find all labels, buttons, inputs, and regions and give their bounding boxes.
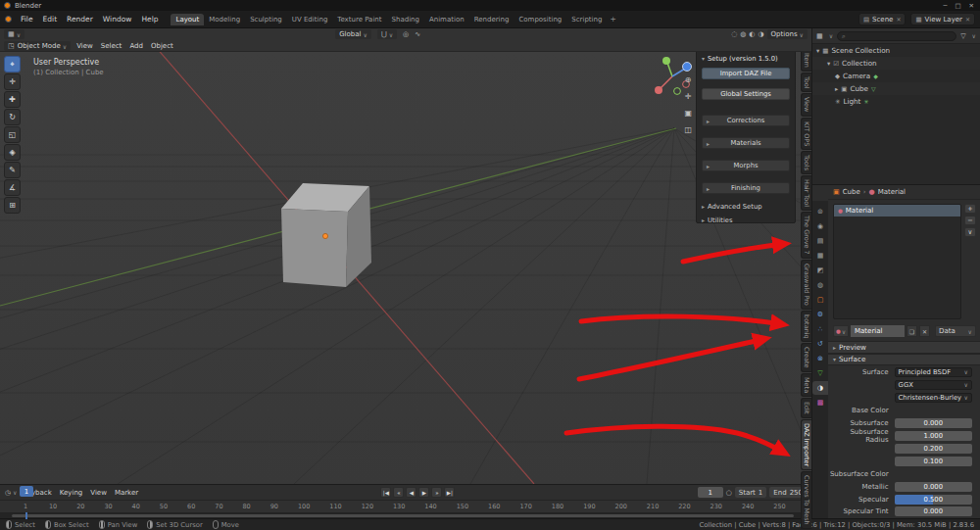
unlink-material-button[interactable]: ✕ xyxy=(919,325,930,337)
metallic-field[interactable]: 0.000 xyxy=(895,482,972,492)
collection-checkbox[interactable]: ☑ xyxy=(833,60,839,68)
properties-tab-object[interactable]: ▢ xyxy=(812,293,828,307)
npanel-section-header[interactable]: ▸ Morphs xyxy=(702,160,790,171)
material-slot-row[interactable]: ● Material xyxy=(834,205,960,217)
add-workspace-button[interactable]: + xyxy=(610,15,615,24)
view-layer-selector[interactable]: ▦ View Layer ✕ xyxy=(910,13,975,25)
properties-tab-modifiers[interactable]: ⚙ xyxy=(812,308,828,321)
sidebar-tab[interactable]: Item xyxy=(801,49,811,72)
specular-slider[interactable]: 0.500 xyxy=(895,495,972,505)
outliner-row-collection[interactable]: ▾ ☑ Collection xyxy=(812,57,980,70)
sidebar-tab[interactable]: DAZ Importer xyxy=(801,419,811,470)
properties-tab-material[interactable]: ◑ xyxy=(812,381,828,395)
shading-wireframe-icon[interactable]: ◌ xyxy=(731,30,737,38)
minimize-button[interactable]: ─ xyxy=(943,2,947,10)
utilities-section[interactable]: ▸ Utilities xyxy=(702,215,790,225)
sidebar-tab[interactable]: Hair Tool xyxy=(801,175,811,211)
properties-tab-view-layer[interactable]: ▦ xyxy=(812,249,828,263)
shading-solid-icon[interactable]: ◍ xyxy=(740,30,746,38)
workspace-tab[interactable]: Modeling xyxy=(204,14,245,25)
properties-tab-scene[interactable]: ◩ xyxy=(812,264,828,277)
pan-hand-icon[interactable]: ✛ xyxy=(684,92,692,101)
menu-item[interactable]: Help xyxy=(136,15,163,24)
subsurface-radius-field-3[interactable]: 0.100 xyxy=(895,457,972,466)
subsurface-method-dropdown[interactable]: Christensen-Burley∨ xyxy=(895,393,972,403)
sidebar-tab[interactable]: botaniq xyxy=(801,311,811,343)
snap-toggle[interactable]: ⋃ ∨ xyxy=(377,29,397,39)
workspace-tab[interactable]: Scripting xyxy=(566,14,607,25)
preview-panel-header[interactable]: ▸ Preview xyxy=(828,341,980,354)
workspace-tab[interactable]: Shading xyxy=(387,14,424,25)
viewport-menu-item[interactable]: View xyxy=(76,42,93,50)
select-box-tool[interactable]: ⌖ xyxy=(4,56,21,72)
shader-dropdown[interactable]: Principled BSDF∨ xyxy=(895,367,972,377)
timeline-menu-item[interactable]: View xyxy=(90,489,107,497)
camera-view-icon[interactable]: ▣ xyxy=(684,109,692,118)
perspective-toggle-icon[interactable]: ◫ xyxy=(684,125,692,134)
timeline-editor-icon[interactable]: ◷ xyxy=(5,489,11,497)
outliner-search-input[interactable]: ⌕ xyxy=(837,31,956,41)
transport-button[interactable]: ▶ xyxy=(418,487,429,498)
falloff-icon[interactable]: ∿ xyxy=(415,30,420,38)
properties-tab-particles[interactable]: ∴ xyxy=(812,322,828,336)
add-slot-button[interactable]: + xyxy=(964,204,976,214)
specular-tint-field[interactable]: 0.000 xyxy=(895,506,972,516)
workspace-tab[interactable]: Animation xyxy=(424,14,469,25)
measure-tool[interactable]: ∡ xyxy=(4,179,21,196)
slot-specials-button[interactable]: ∨ xyxy=(964,227,976,237)
move-tool[interactable]: ✚ xyxy=(4,91,21,108)
transform-tool[interactable]: ◈ xyxy=(4,144,21,161)
transport-button[interactable]: « xyxy=(393,487,404,498)
scene-unlink-icon[interactable]: ✕ xyxy=(896,16,901,23)
timeline-ruler[interactable]: 1102030405060708090100110120130140150160… xyxy=(0,501,811,513)
outliner-row-light[interactable]: ✳ Light ✳ xyxy=(812,95,980,108)
annotate-tool[interactable]: ✎ xyxy=(4,162,21,178)
import-daz-file-button[interactable]: Import DAZ File xyxy=(702,68,790,79)
subsurface-field[interactable]: 0.000 xyxy=(895,418,972,428)
playhead[interactable]: 1 xyxy=(20,486,33,497)
viewport-menu-item[interactable]: Select xyxy=(101,42,122,50)
chevron-down-icon[interactable]: ▾ xyxy=(827,60,830,68)
current-frame-field[interactable]: 1 xyxy=(698,487,723,498)
npanel-section-header[interactable]: ▸ Corrections xyxy=(702,115,790,126)
properties-tab-constraints[interactable]: ⊗ xyxy=(812,352,828,365)
workspace-tab[interactable]: UV Editing xyxy=(287,14,333,25)
maximize-button[interactable]: □ xyxy=(955,2,960,10)
editor-type-button[interactable]: ▦ ∨ xyxy=(4,29,24,39)
menu-item[interactable]: Render xyxy=(62,15,98,24)
transport-button[interactable]: » xyxy=(431,487,442,498)
proportional-edit-icon[interactable]: ◎ xyxy=(403,30,409,38)
npanel-title[interactable]: ▾ Setup (version 1.5.0) xyxy=(702,52,790,65)
material-slot-list[interactable]: ● Material xyxy=(833,204,961,319)
menu-item[interactable]: Edit xyxy=(38,15,63,24)
scene-selector[interactable]: ▤ Scene ✕ xyxy=(858,13,906,25)
rotate-tool[interactable]: ↻ xyxy=(4,109,21,125)
close-button[interactable]: ✕ xyxy=(969,2,974,10)
workspace-tab[interactable]: Layout xyxy=(171,14,204,25)
sidebar-tab[interactable]: The Grove 7 xyxy=(801,212,811,259)
properties-tab-render[interactable]: ◉ xyxy=(812,219,828,233)
properties-tab-world[interactable]: ◍ xyxy=(812,278,828,292)
sidebar-tab[interactable]: Create xyxy=(801,343,811,372)
chevron-right-icon[interactable]: ▸ xyxy=(835,85,838,93)
cursor-tool[interactable]: ✛ xyxy=(4,73,21,90)
breadcrumb-object[interactable]: Cube xyxy=(843,188,860,196)
outliner-row-cube[interactable]: ▸ ▣ Cube ▽ xyxy=(812,82,980,95)
viewport-menu-item[interactable]: Object xyxy=(151,42,173,50)
view-layer-unlink-icon[interactable]: ✕ xyxy=(965,16,970,23)
subsurface-radius-field-2[interactable]: 0.200 xyxy=(895,444,972,454)
subsurface-radius-field-1[interactable]: 1.000 xyxy=(895,431,972,441)
3d-viewport[interactable]: ▦ ∨ Global ∨ ⋃ ∨ ◎ ∿ xyxy=(0,28,811,484)
material-name-field[interactable]: Material xyxy=(851,325,905,337)
workspace-tab[interactable]: Rendering xyxy=(469,14,514,25)
properties-tab-physics[interactable]: ↺ xyxy=(812,337,828,351)
properties-tab-texture[interactable]: ▩ xyxy=(812,396,828,410)
viewport-menu-item[interactable]: Add xyxy=(129,42,143,50)
workspace-tab[interactable]: Sculpting xyxy=(245,14,287,25)
chevron-down-icon[interactable]: ▾ xyxy=(816,47,819,55)
sidebar-tab[interactable]: Tools xyxy=(801,151,811,174)
auto-keyframe-icon[interactable]: ○ xyxy=(726,489,732,497)
outliner-row-camera[interactable]: ◆ Camera ◆ xyxy=(812,70,980,82)
sidebar-tab[interactable]: Tool xyxy=(801,72,811,93)
global-settings-button[interactable]: Global Settings xyxy=(702,88,790,100)
